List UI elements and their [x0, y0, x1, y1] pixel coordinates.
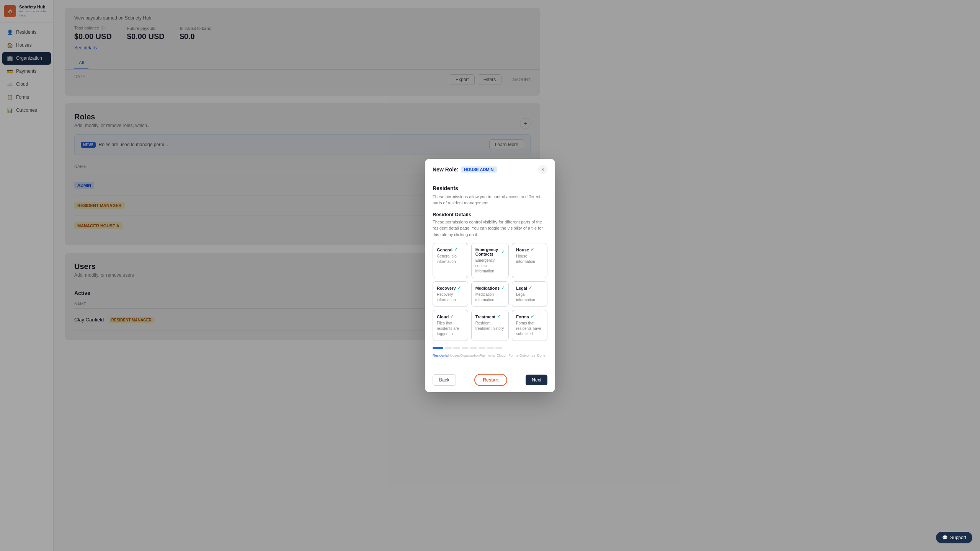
- dot-forms: [479, 347, 485, 349]
- tile-recovery-label: Recovery: [437, 286, 456, 290]
- step-payments-label: Payments: [480, 354, 495, 357]
- tile-emergency-label: Emergency Contacts: [475, 247, 500, 256]
- tile-medications[interactable]: Medications ✓ Medication information: [471, 281, 509, 307]
- tile-recovery-desc: Recovery information: [437, 292, 464, 303]
- tile-treatment-desc: Resident treatment history: [475, 321, 505, 331]
- tile-forms-check: ✓: [531, 314, 534, 319]
- dot-residents: [433, 347, 443, 349]
- progress-dots: [433, 347, 547, 349]
- step-forms-label: Forms: [507, 354, 519, 357]
- tile-emergency-desc: Emergency contact information: [475, 258, 505, 274]
- step-done-label: Done: [535, 354, 547, 357]
- tile-cloud-label: Cloud: [437, 315, 449, 319]
- tile-emergency-check: ✓: [501, 249, 505, 254]
- step-houses-label: Houses: [448, 354, 460, 357]
- resident-details-title: Resident Details: [433, 212, 547, 217]
- modal-overlay[interactable]: New Role: HOUSE ADMIN × Residents These …: [0, 0, 980, 551]
- support-icon: 💬: [942, 535, 948, 540]
- step-organization-label: Organization: [460, 354, 480, 357]
- step-residents-label: Residents: [433, 354, 448, 357]
- tile-medications-label: Medications: [475, 286, 500, 290]
- dot-outcomes: [487, 347, 494, 349]
- modal-title-container: New Role: HOUSE ADMIN: [433, 166, 497, 173]
- support-label: Support: [950, 535, 966, 540]
- tile-house-check: ✓: [531, 247, 534, 252]
- step-cloud-label: Cloud: [495, 354, 507, 357]
- dot-organization: [453, 347, 460, 349]
- tile-cloud-desc: Files that residents are tagged to: [437, 321, 464, 337]
- dot-payments: [462, 347, 469, 349]
- tile-legal[interactable]: Legal ✓ Legal information: [512, 281, 547, 307]
- tile-house-desc: House information: [516, 254, 543, 264]
- tile-emergency-contacts[interactable]: Emergency Contacts ✓ Emergency contact i…: [471, 243, 509, 278]
- tile-general-label: General: [437, 248, 452, 252]
- modal-section-title: Residents: [433, 185, 547, 191]
- progress-section: Residents Houses Organization Payments C…: [433, 347, 547, 357]
- tile-legal-desc: Legal information: [516, 292, 543, 303]
- modal-title-text: New Role:: [433, 166, 459, 173]
- tile-general-check: ✓: [454, 247, 457, 252]
- support-button[interactable]: 💬 Support: [936, 532, 972, 543]
- restart-button[interactable]: Restart: [474, 374, 507, 386]
- tile-cloud-check: ✓: [450, 314, 454, 319]
- dot-houses: [445, 347, 452, 349]
- tile-forms-desc: Forms that residents have submitted: [516, 321, 543, 337]
- tile-legal-check: ✓: [529, 285, 532, 290]
- dot-done: [495, 347, 502, 349]
- back-button[interactable]: Back: [433, 374, 456, 386]
- step-outcomes-label: Outcomes: [519, 354, 535, 357]
- tile-forms[interactable]: Forms ✓ Forms that residents have submit…: [512, 310, 547, 341]
- tile-house-label: House: [516, 248, 529, 252]
- tile-general-desc: General bio information: [437, 254, 464, 264]
- tile-treatment-check: ✓: [497, 314, 500, 319]
- modal-footer: Back Restart Next: [425, 369, 555, 392]
- modal-section-desc: These permissions allow you to control a…: [433, 194, 547, 206]
- tile-medications-desc: Medication information: [475, 292, 505, 303]
- tile-recovery-check: ✓: [457, 285, 461, 290]
- tile-house[interactable]: House ✓ House information: [512, 243, 547, 278]
- progress-labels: Residents Houses Organization Payments C…: [433, 354, 547, 357]
- next-button[interactable]: Next: [526, 375, 547, 385]
- dot-cloud: [470, 347, 477, 349]
- tile-treatment[interactable]: Treatment ✓ Resident treatment history: [471, 310, 509, 341]
- modal-role-name: HOUSE ADMIN: [461, 166, 497, 173]
- new-role-modal: New Role: HOUSE ADMIN × Residents These …: [425, 159, 555, 393]
- resident-details-desc: These permissions control visibility for…: [433, 219, 547, 238]
- tile-general[interactable]: General ✓ General bio information: [433, 243, 468, 278]
- tile-medications-check: ✓: [501, 285, 505, 290]
- tile-treatment-label: Treatment: [475, 315, 496, 319]
- tile-legal-label: Legal: [516, 286, 527, 290]
- tiles-grid: General ✓ General bio information Emerge…: [433, 243, 547, 341]
- tile-cloud[interactable]: Cloud ✓ Files that residents are tagged …: [433, 310, 468, 341]
- tile-recovery[interactable]: Recovery ✓ Recovery information: [433, 281, 468, 307]
- modal-header: New Role: HOUSE ADMIN ×: [425, 159, 555, 179]
- modal-close-button[interactable]: ×: [538, 165, 547, 174]
- tile-forms-label: Forms: [516, 315, 529, 319]
- modal-body: Residents These permissions allow you to…: [425, 179, 555, 369]
